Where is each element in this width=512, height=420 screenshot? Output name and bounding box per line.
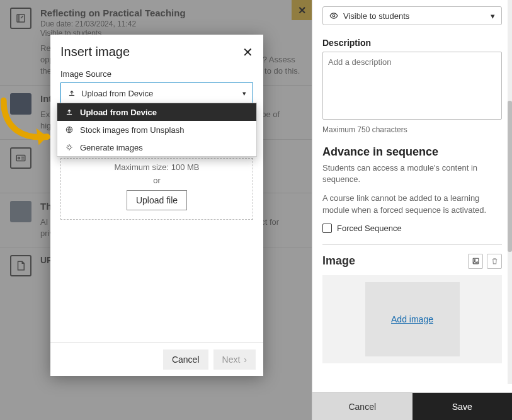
eye-icon [329,11,338,20]
panel-close-button[interactable]: ✕ [292,0,312,20]
sequence-note: A course link cannot be added to a learn… [322,193,502,215]
upload-icon [67,89,76,98]
next-label: Next [222,355,241,365]
item-due: Due date: 21/03/2024, 11:42 [40,20,302,28]
edit-panel: Visible to students ▾ Description Maximu… [312,0,512,420]
visibility-value: Visible to students [343,11,409,21]
item-title: Reflecting on Practical Teaching [40,8,302,18]
trash-icon [491,257,499,265]
file-dropzone[interactable]: Maximum size: 100 MB or Upload file [60,158,253,220]
forced-sequence-checkbox[interactable] [322,224,332,233]
sequence-text: Students can access a module's content i… [322,162,502,185]
panel-footer: Cancel Save [312,392,512,420]
svg-point-3 [333,14,335,17]
image-dropzone[interactable]: Add image [322,275,502,363]
modal-cancel-button[interactable]: Cancel [163,349,208,370]
item-thumbnail [10,201,31,222]
scrollbar-thumb[interactable] [508,101,512,252]
dropdown-option-unsplash[interactable]: Stock images from Unsplash [57,121,256,139]
description-help: Maximum 750 characters [322,125,502,134]
modal-next-button[interactable]: Next › [213,349,256,370]
chevron-down-icon: ▾ [242,89,246,98]
dropdown-option-generate[interactable]: Generate images [57,139,256,156]
image-settings-button[interactable] [468,254,483,269]
image-source-label: Image Source [60,69,253,79]
panel-save-button[interactable]: Save [412,393,513,420]
item-thumbnail [10,93,31,115]
insert-image-modal: Insert image ✕ Image Source Upload from … [50,35,263,376]
chevron-down-icon: ▾ [491,11,495,21]
sparkle-icon [65,143,74,152]
upload-icon [65,108,74,116]
svg-point-2 [18,157,20,159]
modal-close-button[interactable]: ✕ [242,46,253,59]
description-label: Description [322,38,502,48]
image-source-dropdown: Upload from Device Stock images from Uns… [57,103,257,157]
sequence-heading: Advance in sequence [322,145,502,159]
panel-cancel-button[interactable]: Cancel [312,393,412,420]
dropdown-option-label: Upload from Device [80,108,157,117]
image-source-select[interactable]: Upload from Device ▾ [60,82,253,104]
chevron-right-icon: › [244,355,247,365]
dropdown-option-upload[interactable]: Upload from Device [57,103,256,121]
profile-card-icon [10,147,31,169]
globe-icon [65,125,74,134]
modal-title: Insert image [60,45,130,59]
svg-rect-4 [473,258,479,264]
image-delete-button[interactable] [487,254,502,269]
dropdown-option-label: Stock images from Unsplash [80,125,184,135]
image-icon [472,257,480,265]
scrollbar-track[interactable] [508,0,512,384]
forced-sequence-label: Forced Sequence [337,224,402,233]
or-text: or [61,176,253,185]
visibility-select[interactable]: Visible to students ▾ [322,6,502,25]
image-source-value: Upload from Device [81,89,153,98]
svg-point-5 [474,259,475,261]
add-image-link[interactable]: Add image [391,314,433,324]
divider [322,244,502,245]
description-textarea[interactable] [322,52,502,120]
journal-icon [10,8,31,29]
upload-file-button[interactable]: Upload file [127,190,187,210]
dropdown-option-label: Generate images [80,143,143,152]
file-icon [10,255,31,276]
image-heading: Image [322,254,355,268]
max-size-text: Maximum size: 100 MB [61,162,253,172]
